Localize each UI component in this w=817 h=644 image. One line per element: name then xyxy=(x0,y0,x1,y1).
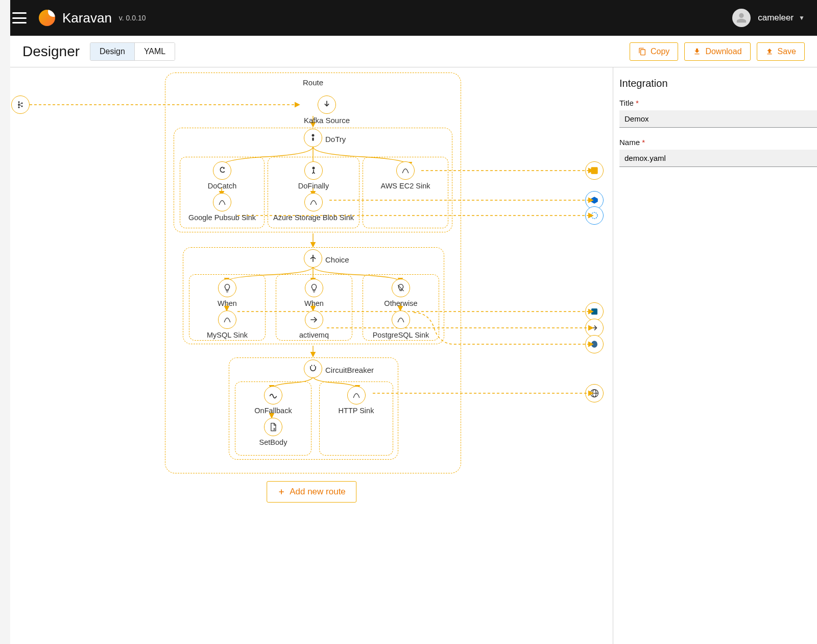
google-side-icon[interactable] xyxy=(585,206,604,225)
svg-point-1 xyxy=(18,104,20,106)
properties-panel: Integration Title * Name * xyxy=(613,67,817,644)
node-dotry[interactable]: DoTry xyxy=(304,129,346,147)
copy-icon xyxy=(638,47,646,56)
save-button[interactable]: Save xyxy=(757,42,805,61)
svg-point-4 xyxy=(21,106,23,107)
version-label: v. 0.0.10 xyxy=(119,14,146,22)
cell-dofinally[interactable]: DoFinally Azure Storage Blob Sink xyxy=(268,157,359,228)
svg-line-8 xyxy=(20,105,21,106)
node-circuitbreaker[interactable]: CircuitBreaker xyxy=(304,360,374,378)
kafka-side-icon[interactable] xyxy=(11,96,30,114)
title-label: Title * xyxy=(619,99,817,107)
cell-otherwise[interactable]: Otherwise PostgreSQL Sink xyxy=(363,274,439,341)
svg-point-11 xyxy=(591,212,597,219)
copy-button[interactable]: Copy xyxy=(630,42,678,61)
svg-rect-9 xyxy=(591,167,597,174)
node-kafka-source[interactable]: Kafka Source xyxy=(304,96,350,125)
svg-point-13 xyxy=(591,341,597,348)
cell-when1[interactable]: When MySQL Sink xyxy=(189,274,266,341)
name-input[interactable] xyxy=(619,150,817,167)
http-side-icon[interactable] xyxy=(585,384,604,402)
svg-rect-12 xyxy=(591,308,597,315)
svg-point-35 xyxy=(312,134,315,137)
svg-point-0 xyxy=(18,101,20,103)
upload-icon xyxy=(765,47,774,56)
name-label: Name * xyxy=(619,138,817,147)
svg-line-7 xyxy=(20,104,21,105)
cell-when2[interactable]: When activemq xyxy=(276,274,352,341)
download-button[interactable]: Download xyxy=(684,42,750,61)
svg-marker-10 xyxy=(591,197,598,204)
tab-yaml[interactable]: YAML xyxy=(134,43,175,60)
plus-icon xyxy=(277,488,285,496)
svg-rect-36 xyxy=(312,137,314,141)
user-dropdown-icon[interactable]: ▼ xyxy=(799,14,805,21)
menu-button[interactable] xyxy=(12,12,27,23)
activemq-side-icon[interactable] xyxy=(585,319,604,337)
design-canvas[interactable]: Route Kafka Source DoTry DoCatch Google … xyxy=(10,67,613,644)
node-choice[interactable]: Choice xyxy=(304,249,349,268)
avatar[interactable] xyxy=(732,9,751,27)
svg-marker-39 xyxy=(312,255,314,256)
cell-onfallback[interactable]: OnFallback SetBody xyxy=(235,381,311,456)
karavan-logo xyxy=(39,10,55,26)
postgres-side-icon[interactable] xyxy=(585,335,604,353)
cell-http[interactable]: HTTP Sink xyxy=(319,381,393,456)
cell-ec2[interactable]: AWS EC2 Sink xyxy=(363,157,448,228)
svg-point-37 xyxy=(223,167,225,169)
svg-point-38 xyxy=(313,167,315,170)
page-title: Designer xyxy=(22,43,80,60)
aws-side-icon[interactable] xyxy=(585,161,604,180)
route-label: Route xyxy=(165,73,461,87)
download-icon xyxy=(693,47,701,56)
username[interactable]: cameleer xyxy=(758,13,794,23)
brand-name: Karavan xyxy=(62,10,112,26)
panel-heading: Integration xyxy=(619,78,817,89)
add-route-button[interactable]: Add new route xyxy=(267,481,356,503)
mysql-side-icon[interactable] xyxy=(585,302,604,321)
cell-docatch[interactable]: DoCatch Google Pubsub Sink xyxy=(180,157,265,228)
tab-design[interactable]: Design xyxy=(90,43,134,60)
svg-point-3 xyxy=(21,103,23,104)
svg-point-2 xyxy=(18,107,20,108)
title-input[interactable] xyxy=(619,110,817,128)
